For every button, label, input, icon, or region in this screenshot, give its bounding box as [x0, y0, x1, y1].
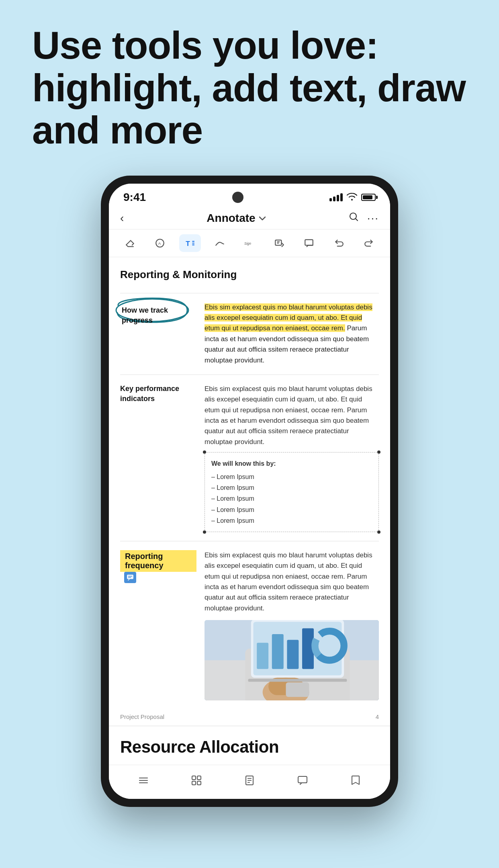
corner-handle-bl: [203, 530, 206, 534]
row-body-track-progress: Ebis sim explacest quis mo blaut harumt …: [205, 302, 379, 366]
nav-title-group[interactable]: Annotate: [207, 212, 266, 225]
corner-handle-tl: [203, 450, 206, 454]
page-number: 4: [376, 713, 379, 720]
doc-name: Project Proposal: [120, 713, 164, 720]
svg-rect-21: [257, 643, 268, 669]
bottom-nav-bookmark[interactable]: [344, 772, 368, 789]
nav-chevron-icon: [259, 213, 266, 223]
svg-rect-30: [286, 682, 309, 697]
nav-actions: ···: [349, 212, 379, 225]
svg-text:T: T: [186, 239, 190, 247]
phone-screen: 9:41: [109, 184, 390, 799]
bottom-nav-grid[interactable]: [184, 772, 209, 789]
svg-rect-37: [197, 781, 201, 785]
svg-rect-22: [272, 634, 284, 669]
svg-text:A: A: [158, 241, 161, 246]
more-options-icon[interactable]: ···: [367, 212, 379, 225]
status-time: 9:41: [123, 191, 146, 204]
search-icon[interactable]: [349, 212, 359, 225]
status-bar: 9:41: [109, 184, 390, 208]
page-footer: Project Proposal 4: [109, 709, 390, 726]
svg-rect-34: [192, 776, 196, 780]
next-page-preview: Resource Allocation: [109, 726, 390, 765]
eraser-tool[interactable]: [119, 234, 141, 252]
doc-row-kpi: Key performance indicators Ebis sim expl…: [120, 375, 379, 541]
doc-row-reporting-freq: Reporting frequency Ebis sim explacest q…: [120, 541, 379, 709]
circle-text-tool[interactable]: A: [149, 234, 171, 252]
wifi-icon: [347, 192, 357, 203]
hero-title: Use tools you love: highlight, add text,…: [32, 24, 467, 151]
draw-tool[interactable]: [209, 234, 231, 252]
nav-bar: ‹ Annotate ···: [109, 208, 390, 229]
bottom-nav-notes[interactable]: [237, 772, 262, 789]
note-tool[interactable]: [268, 234, 290, 252]
svg-rect-36: [192, 781, 196, 785]
text-tool[interactable]: T: [179, 234, 201, 252]
doc-row-track-progress: How we track progress Ebis sim explacest…: [120, 293, 379, 375]
back-button[interactable]: ‹: [120, 212, 124, 225]
row-body-kpi: Ebis sim explacest quis mo blaut harumt …: [205, 384, 379, 532]
nav-title: Annotate: [207, 212, 255, 225]
svg-rect-29: [248, 679, 347, 682]
kpi-body-text: Ebis sim explacest quis mo blaut harumt …: [205, 385, 372, 446]
track-progress-label: How we track progress: [120, 302, 196, 329]
list-item: – Lorem Ipsum: [211, 504, 372, 515]
comment-icon[interactable]: [124, 572, 136, 583]
reporting-freq-label: Reporting frequency: [120, 550, 196, 572]
redo-button[interactable]: [358, 234, 380, 252]
svg-rect-42: [298, 776, 307, 783]
kpi-label: Key performance indicators: [120, 385, 179, 403]
corner-handle-tr: [377, 450, 380, 454]
section-heading: Reporting & Monitoring: [120, 268, 379, 285]
dashed-box-items: – Lorem Ipsum – Lorem Ipsum – Lorem Ipsu…: [211, 471, 372, 526]
status-icons: [329, 192, 376, 203]
corner-handle-br: [377, 530, 380, 534]
undo-button[interactable]: [328, 234, 350, 252]
hero-section: Use tools you love: highlight, add text,…: [32, 24, 467, 151]
reporting-freq-body-text: Ebis sim explacest quis mo blaut harumt …: [205, 551, 372, 612]
svg-rect-13: [127, 575, 133, 579]
next-page-heading: Resource Allocation: [120, 737, 379, 757]
svg-rect-23: [287, 640, 299, 669]
dashed-box-title: We will know this by:: [211, 458, 372, 469]
document-content: Reporting & Monitoring How we track prog…: [109, 257, 390, 765]
row-label-track-progress: How we track progress: [120, 302, 196, 366]
list-item: – Lorem Ipsum: [211, 493, 372, 504]
laptop-image: [205, 620, 379, 700]
svg-rect-35: [197, 776, 201, 780]
circled-label: How we track progress: [120, 302, 196, 329]
row-label-kpi: Key performance indicators: [120, 384, 196, 532]
svg-rect-11: [305, 240, 313, 245]
bottom-nav: [109, 765, 390, 799]
bottom-nav-comments[interactable]: [290, 772, 315, 789]
kpi-dashed-box: We will know this by: – Lorem Ipsum – Lo…: [205, 452, 379, 532]
list-item: – Lorem Ipsum: [211, 471, 372, 482]
page-section: Reporting & Monitoring How we track prog…: [109, 257, 390, 709]
signal-icon: [329, 193, 343, 201]
dashed-box-wrapper: We will know this by: – Lorem Ipsum – Lo…: [205, 452, 379, 532]
list-item: – Lorem Ipsum: [211, 482, 372, 493]
list-item: – Lorem Ipsum: [211, 515, 372, 526]
svg-text:Sign: Sign: [244, 242, 251, 246]
camera-indicator: [232, 192, 243, 203]
bottom-nav-list[interactable]: [131, 772, 155, 789]
battery-icon: [361, 194, 376, 201]
annotation-toolbar: A T Sign: [109, 229, 390, 257]
document-image: [205, 620, 379, 700]
row-body-reporting-freq: Ebis sim explacest quis mo blaut harumt …: [205, 550, 379, 700]
sign-tool[interactable]: Sign: [239, 234, 260, 252]
row-label-reporting-freq: Reporting frequency: [120, 550, 196, 700]
phone-frame: 9:41: [101, 176, 398, 807]
comment-tool[interactable]: [298, 234, 320, 252]
